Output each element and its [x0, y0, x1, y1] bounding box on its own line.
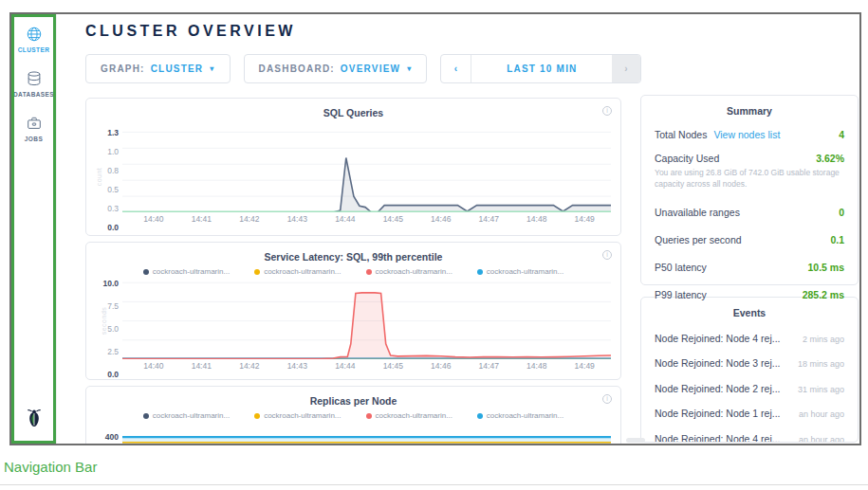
main-content: CLUSTER OVERVIEW GRAPH: CLUSTER ▾ DASHBO…: [57, 14, 859, 444]
sidebar-item-label: CLUSTER: [18, 46, 50, 53]
summary-value: 285.2 ms: [803, 289, 844, 300]
events-panel: Events Node Rejoined: Node 4 rej...2 min…: [640, 297, 859, 443]
x-tick-label: 14:48: [526, 361, 546, 371]
x-tick-label: 14:47: [479, 361, 499, 371]
x-tick-label: 14:41: [192, 361, 212, 371]
x-tick-label: 14:45: [383, 361, 403, 371]
x-tick-label: 14:44: [335, 361, 355, 371]
screenshot-stage: CLUSTERDATABASESJOBS CLUSTER OVERVIEW GR…: [0, 0, 868, 490]
info-icon[interactable]: i: [602, 250, 612, 260]
event-time: 18 mins ago: [790, 359, 844, 369]
chevron-down-icon: ▾: [210, 64, 214, 73]
event-row[interactable]: Node Rejoined: Node 2 rej...31 mins ago: [655, 383, 844, 394]
summary-row: Unavailable ranges0: [655, 207, 844, 218]
time-range-button[interactable]: LAST 10 MIN: [471, 55, 612, 82]
summary-value: 3.62%: [816, 153, 844, 164]
info-icon[interactable]: i: [602, 394, 612, 404]
briefcase-icon: [26, 115, 43, 132]
summary-rows: Total NodesView nodes list4Capacity Used…: [641, 129, 858, 300]
summary-label: Queries per second: [655, 234, 742, 245]
graph-dropdown[interactable]: GRAPH: CLUSTER ▾: [85, 54, 231, 83]
y-tick-label: 5.0: [107, 324, 119, 334]
legend-label: cockroach-ultramarin...: [153, 411, 230, 420]
legend-label: cockroach-ultramarin...: [376, 267, 452, 276]
summary-row-main: Total NodesView nodes list4: [655, 129, 844, 140]
chart-plot-area: 10.07.55.02.50.0 14:4014:4114:4214:4314:…: [122, 280, 611, 374]
legend-dot-icon: [143, 413, 149, 419]
x-axis-labels: 14:4014:4114:4214:4314:4414:4514:4614:47…: [122, 214, 611, 227]
event-row[interactable]: Node Rejoined: Node 1 rej...an hour ago: [655, 408, 844, 419]
chart-legend: cockroach-ultramarin...cockroach-ultrama…: [86, 266, 620, 277]
event-time: an hour ago: [791, 435, 844, 444]
summary-title: Summary: [641, 96, 858, 117]
event-text: Node Rejoined: Node 3 rej...: [655, 357, 781, 369]
summary-row: Capacity Used3.62%You are using 26.8 GiB…: [655, 153, 844, 191]
time-next-button-disabled: ›: [612, 55, 640, 82]
legend-label: cockroach-ultramarin...: [487, 411, 563, 420]
x-tick-label: 14:45: [383, 214, 403, 224]
scrollbar-thumb[interactable]: [626, 438, 645, 443]
chart-title: Replicas per Node: [86, 387, 620, 407]
sidebar-item-jobs[interactable]: JOBS: [13, 115, 54, 142]
dashboard-dropdown[interactable]: DASHBOARD: OVERVIEW ▾: [244, 54, 428, 83]
charts-column: SQL Queries i count 1.31.00.80.50.30.0 1…: [85, 98, 621, 445]
event-row[interactable]: Node Rejoined: Node 4 rej...an hour ago: [655, 433, 844, 444]
chart-title: SQL Queries: [86, 99, 620, 118]
summary-row: Total NodesView nodes list4: [655, 129, 844, 140]
graph-dropdown-value: CLUSTER: [151, 64, 204, 74]
event-text: Node Rejoined: Node 2 rej...: [655, 383, 781, 394]
legend-item: cockroach-ultramarin...: [477, 410, 563, 421]
y-tick-label: 0.0: [107, 223, 119, 232]
replicas-chart-card: Replicas per Node i cockroach-ultramarin…: [85, 386, 621, 445]
dashboard-dropdown-label: DASHBOARD:: [259, 64, 335, 74]
chart-plot-area: 400: [122, 424, 611, 445]
sidebar-item-label: DATABASES: [13, 91, 54, 98]
event-text: Node Rejoined: Node 1 rej...: [655, 408, 781, 419]
legend-dot-icon: [254, 269, 260, 275]
event-row[interactable]: Node Rejoined: Node 3 rej...18 mins ago: [655, 357, 844, 369]
event-time: 2 mins ago: [795, 335, 844, 344]
summary-label: Capacity Used: [655, 153, 719, 164]
sidebar-item-cluster[interactable]: CLUSTER: [13, 26, 54, 53]
view-nodes-link[interactable]: View nodes list: [713, 129, 780, 140]
summary-label: Unavailable ranges: [655, 207, 740, 218]
y-axis-labels: 1.31.00.80.50.30.0: [88, 129, 119, 227]
info-icon[interactable]: i: [602, 106, 612, 116]
event-text: Node Rejoined: Node 4 rej...: [655, 433, 781, 444]
sql-queries-chart-card: SQL Queries i count 1.31.00.80.50.30.0 1…: [85, 98, 621, 236]
summary-label: Total Nodes: [655, 129, 707, 140]
summary-value: 0.1: [830, 234, 844, 245]
x-tick-label: 14:48: [526, 214, 546, 224]
service-latency-chart-card: Service Latency: SQL, 99th percentile i …: [85, 242, 621, 380]
summary-label: P99 latency: [655, 289, 707, 300]
latency-plot: [122, 280, 611, 359]
legend-item: cockroach-ultramarin...: [366, 410, 452, 421]
event-row[interactable]: Node Rejoined: Node 4 rej...2 mins ago: [655, 333, 844, 344]
summary-panel: Summary Total NodesView nodes list4Capac…: [640, 95, 859, 285]
x-axis-labels: 14:4014:4114:4214:4314:4414:4514:4614:47…: [122, 361, 611, 374]
summary-subtext: You are using 26.8 GiB of 742.0 GiB usab…: [655, 167, 844, 191]
summary-row-main: Unavailable ranges0: [655, 207, 844, 218]
navigation-sidebar: CLUSTERDATABASESJOBS: [11, 14, 57, 444]
time-range-selector: ‹ LAST 10 MIN ›: [440, 54, 641, 83]
legend-item: cockroach-ultramarin...: [143, 410, 230, 421]
cockroachdb-logo-icon[interactable]: [22, 406, 46, 434]
x-tick-label: 14:43: [287, 214, 307, 224]
y-tick-label: 0.5: [107, 185, 119, 194]
legend-dot-icon: [477, 413, 483, 419]
y-tick-label: 7.5: [107, 301, 119, 311]
chevron-down-icon: ▾: [407, 64, 412, 73]
sidebar-item-databases[interactable]: DATABASES: [13, 70, 54, 98]
page-title: CLUSTER OVERVIEW: [85, 23, 296, 40]
summary-value: 4: [839, 129, 844, 140]
y-tick-label: 2.5: [107, 347, 119, 356]
summary-row-main: Queries per second0.1: [655, 234, 844, 245]
legend-dot-icon: [254, 413, 260, 419]
y-tick-label: 1.0: [107, 147, 119, 156]
legend-item: cockroach-ultramarin...: [477, 266, 563, 277]
summary-row: Queries per second0.1: [655, 234, 844, 245]
legend-item: cockroach-ultramarin...: [366, 266, 452, 277]
legend-dot-icon: [366, 413, 372, 419]
replicas-plot: [122, 424, 611, 445]
time-prev-button[interactable]: ‹: [441, 55, 471, 82]
